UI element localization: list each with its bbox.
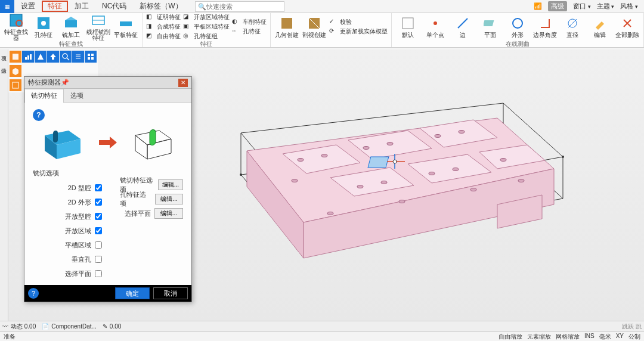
tab-mill-features[interactable]: 铣切特征 xyxy=(24,89,64,103)
dialog-tabs: 铣切特征 选项 xyxy=(24,89,191,103)
free-zoom[interactable]: 自由缩放 xyxy=(499,333,522,341)
cancel-button[interactable]: 取消 xyxy=(153,287,188,299)
menu-machining[interactable]: 加工 xyxy=(68,1,95,12)
menu-nc-code[interactable]: NC代码 xyxy=(95,1,133,12)
svg-point-55 xyxy=(387,142,393,145)
svg-point-52 xyxy=(298,159,304,162)
app-icon[interactable]: ▦ xyxy=(0,0,14,13)
tab-options[interactable]: 选项 xyxy=(64,89,90,103)
menu-new-tab[interactable]: 新标签（W） xyxy=(133,1,188,12)
default-button[interactable]: 默认 xyxy=(395,16,420,38)
statusbar-upper: 〰 动态 0.00 📄 ComponentDat... ✎ 0.00 跳跃 跳 xyxy=(0,321,644,331)
opt-flat-region-checkbox[interactable] xyxy=(95,241,102,249)
select-plane-options-label: 选择平面 xyxy=(125,209,151,218)
svg-point-66 xyxy=(470,188,476,191)
edit-hole-options-button[interactable]: 编辑... xyxy=(155,194,183,204)
value-field[interactable]: ✎ 0.00 xyxy=(103,323,121,330)
opt-2d-profile-checkbox[interactable] xyxy=(95,199,102,206)
opt-open-region-label: 开放区域 xyxy=(65,227,91,235)
reload-model-button[interactable]: ⟳更新加载实体模型 xyxy=(329,27,388,36)
svg-point-3 xyxy=(41,21,46,26)
grid-zoom[interactable]: 网格缩放 xyxy=(556,333,580,341)
plate-feature-button[interactable]: 平板特征 xyxy=(113,16,138,38)
svg-point-67 xyxy=(518,179,524,182)
svg-point-59 xyxy=(357,185,363,188)
search-input[interactable] xyxy=(206,3,278,10)
svg-point-56 xyxy=(435,135,441,138)
wifi-icon: 📶 xyxy=(534,2,542,10)
document-tab[interactable]: 📄 ComponentDat... xyxy=(42,323,97,330)
single-point-button[interactable]: 单个点 xyxy=(423,16,448,38)
advanced-chip[interactable]: 高级 xyxy=(548,1,567,11)
edge-button[interactable]: 边 xyxy=(450,16,475,38)
hole-feature-button[interactable]: 孔特征 xyxy=(31,16,56,38)
synth-feature-button[interactable]: ◨合成特征 xyxy=(146,23,181,31)
pin-icon[interactable]: 📌 xyxy=(61,79,69,86)
menu-features[interactable]: 特征 xyxy=(42,1,68,12)
prove-feature-button[interactable]: ◧证明特征 xyxy=(146,13,181,21)
unit-indicator: 毫米 xyxy=(599,333,611,341)
close-icon[interactable]: ✕ xyxy=(178,79,188,87)
ribbon-group-probe: 默认 单个点 边 平面 外形 边界角度 直径 编辑 全部删除 在线测曲 xyxy=(392,13,644,47)
help-icon[interactable]: ? xyxy=(33,109,45,121)
svg-point-72 xyxy=(240,173,242,176)
dynamic-status[interactable]: 〰 动态 0.00 xyxy=(2,323,36,331)
turn-feature-button[interactable]: ◐车削特征 xyxy=(232,18,267,26)
ribbon-group-label-2: 特征 xyxy=(143,40,270,47)
menu-search[interactable]: 🔍 xyxy=(195,1,284,12)
plate-region-button[interactable]: ▣平板区域特征 xyxy=(183,23,230,31)
hole-group-button[interactable]: ◎孔特征组 xyxy=(183,32,230,41)
dialog-titlebar[interactable]: 特征探测器 📌 ✕ xyxy=(24,77,191,89)
geo-create-button[interactable]: 几何创建 xyxy=(274,16,299,38)
edit-button[interactable]: 编辑 xyxy=(587,16,612,38)
opt-open-region-checkbox[interactable] xyxy=(95,227,102,234)
opt-flat-region-label: 平槽区域 xyxy=(65,241,91,250)
status-right-text: 跳跃 跳 xyxy=(622,323,642,331)
plane-button[interactable]: 平面 xyxy=(478,16,503,38)
ok-button[interactable]: 确定 xyxy=(115,287,150,299)
footer-help-icon[interactable]: ? xyxy=(28,288,39,299)
menu-settings[interactable]: 设置 xyxy=(14,1,42,12)
opt-2d-profile-label: 2D 外形 xyxy=(68,198,91,207)
opt-select-plane-checkbox[interactable] xyxy=(95,270,102,277)
svg-point-63 xyxy=(500,159,506,162)
wireframe-mill-button[interactable]: 线框铣削特征 xyxy=(86,13,111,41)
free-feature-button[interactable]: ◩自由特征 xyxy=(146,32,181,41)
opt-2d-pocket-checkbox[interactable] xyxy=(95,184,102,191)
delete-all-button[interactable]: 全部删除 xyxy=(615,16,640,38)
opt-open-pocket-checkbox[interactable] xyxy=(95,213,102,220)
style-dropdown[interactable]: 风格 xyxy=(620,2,638,11)
mill-button[interactable]: 铣加工 xyxy=(58,16,83,38)
edit-mill-options-button[interactable]: 编辑... xyxy=(158,179,183,190)
ribbon: 特征查找器 孔特征 铣加工 线框铣削特征 平板特征 特征查找 xyxy=(0,13,644,48)
boundary-angle-button[interactable]: 边界角度 xyxy=(532,16,558,38)
open-region-feature-button[interactable]: ◪开放区域特征 xyxy=(183,13,230,21)
window-dropdown[interactable]: 窗口 xyxy=(573,2,591,11)
diameter-button[interactable]: 直径 xyxy=(560,16,585,38)
plane-indicator: XY xyxy=(616,333,624,341)
theme-dropdown[interactable]: 主题 xyxy=(597,2,615,11)
metric-indicator: 公制 xyxy=(628,333,640,341)
opt-select-plane-label: 选择平面 xyxy=(65,269,91,278)
arrow-icon xyxy=(99,137,117,148)
svg-point-65 xyxy=(399,200,405,203)
ins-indicator: INS xyxy=(584,333,595,341)
svg-rect-7 xyxy=(120,21,132,26)
svg-marker-90 xyxy=(135,135,147,159)
ribbon-group-features: ◧证明特征 ◨合成特征 ◩自由特征 ◪开放区域特征 ▣平板区域特征 ◎孔特征组 … xyxy=(143,13,271,47)
dialog-preview xyxy=(33,121,183,169)
edit-plane-button[interactable]: 编辑... xyxy=(154,208,183,219)
svg-line-13 xyxy=(458,18,467,28)
section-create-button[interactable]: 剖视创建 xyxy=(302,16,327,38)
element-zoom[interactable]: 元素缩放 xyxy=(527,333,551,341)
opt-vertical-hole-checkbox[interactable] xyxy=(95,256,102,263)
svg-rect-92 xyxy=(150,129,156,145)
outline-button[interactable]: 外形 xyxy=(505,16,530,38)
svg-point-64 xyxy=(327,212,333,215)
hole-feature2-button[interactable]: ○孔特征 xyxy=(232,27,267,36)
ribbon-group-geometry: 几何创建 剖视创建 ✓校验 ⟳更新加载实体模型 xyxy=(271,13,392,47)
menu-right: 📶 高级 窗口 主题 风格 xyxy=(534,0,644,13)
svg-rect-4 xyxy=(65,20,77,27)
verify-button[interactable]: ✓校验 xyxy=(329,18,388,26)
feature-finder-button[interactable]: 特征查找器 xyxy=(4,13,29,41)
